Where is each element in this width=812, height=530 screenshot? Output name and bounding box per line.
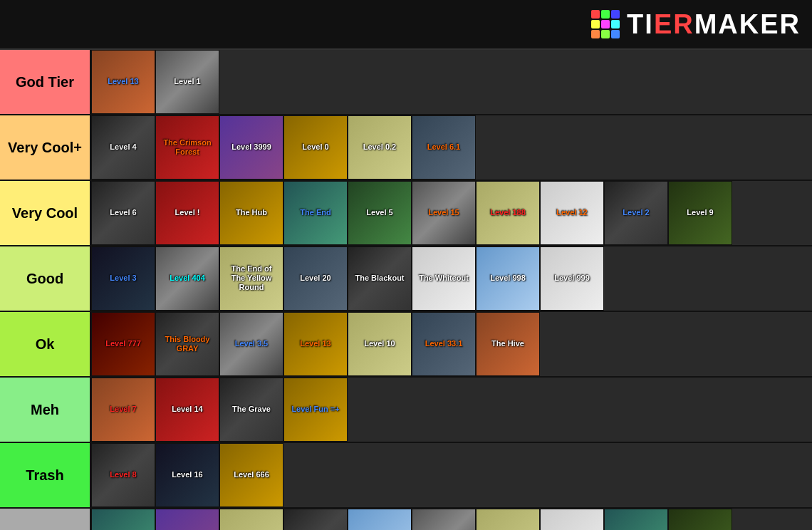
tier-item[interactable]: Level 9 [668,181,732,245]
tier-item[interactable]: Level -2 [604,509,668,530]
tier-item[interactable]: Level 3 [91,246,155,311]
tier-item-bg: Level 12 [541,182,603,244]
tier-item[interactable]: Level 20 [283,246,348,311]
tier-item-label: Level 3 [95,274,151,283]
tier-item-bg: Level 907 [477,509,539,530]
tier-item-bg: Level 3 [92,247,155,310]
tier-item-label: Level 13 [95,77,151,86]
tier-item[interactable]: The End of The Yellow Round [219,246,283,311]
tier-item[interactable]: Level 999 [540,246,604,311]
tier-item[interactable]: Level 777 [91,312,155,376]
tier-item[interactable]: Level α [540,509,604,530]
tier-item-bg: Level 999 [541,247,603,310]
tier-item[interactable]: Level 907 [476,509,540,530]
tier-item[interactable]: If Man Still Alive [412,509,476,530]
tier-item-bg: Level -1 [156,509,219,530]
tier-item[interactable]: Level 0.2 [348,115,412,180]
tier-item[interactable]: Level 5 [348,181,412,245]
tier-item[interactable]: Level 14 [155,378,219,442]
tier-item[interactable]: Level 1 [155,50,219,114]
tier-item-label: Level 6 [95,208,151,217]
tier-item[interactable]: Level 256 [348,509,412,530]
tier-item-bg: The Whiteout [412,247,475,310]
tier-items-good: Level 3Level 404The End of The Yellow Ro… [90,246,812,311]
tier-item[interactable]: Level -0 [91,509,155,530]
tier-item[interactable]: Level 8 [91,443,155,507]
tier-item[interactable]: Level 3999 [219,115,283,180]
tier-item-label: Level 20 [287,274,343,283]
tier-item[interactable]: Level 404 [155,246,219,311]
tier-item-bg: Level 10 [348,313,411,375]
header: TiERMAKER [0,0,812,50]
tier-item[interactable]: Level 13 [91,50,155,114]
tier-item[interactable]: Level 16 [155,443,219,507]
tier-item[interactable]: The Whiteout [412,246,476,311]
tier-item-label: Level 777 [95,339,151,348]
tier-item-label: The Crimson Forest [159,138,215,157]
tier-item[interactable]: The Grave [219,378,283,442]
tier-item[interactable]: Level 2 [604,181,668,245]
tier-item-label: This Bloody GRAY [159,335,215,353]
tier-item[interactable]: Level 6.1 [412,115,476,180]
tier-item-bg: Level 5 [348,182,411,244]
tier-item-label: The Hub [223,208,279,217]
tier-item-label: Level 8 [95,470,151,479]
logo: TiERMAKER [591,9,801,40]
tier-row-good: GoodLevel 3Level 404The End of The Yello… [0,246,812,312]
tier-item[interactable]: This Bloody GRAY [155,312,219,376]
tier-item-bg: The Crimson Forest [156,116,219,179]
tier-item[interactable]: Level 6 [91,181,155,245]
tier-item[interactable]: The End [283,181,348,245]
tier-row-meh: MehLevel 7Level 14The GraveLevel Fun =+ [0,378,812,443]
tier-item-bg: Level ! [156,182,219,244]
tier-item[interactable]: Level 666 [219,443,283,507]
tier-item-label: The Blackout [351,274,407,283]
tier-item[interactable]: Level 10 [348,312,412,376]
tier-item-bg: Level 1 [156,51,219,113]
tier-item-bg: Level α [541,509,603,530]
tier-item-bg: Level 16 [156,444,219,506]
tier-item-label: Level 16 [159,470,215,479]
tier-item-label: The Grave [223,405,279,414]
tier-item[interactable]: Level 7 [91,378,155,442]
tier-item[interactable]: Level 188 [476,181,540,245]
tier-item-label: Level 188 [479,208,536,217]
tier-items-very-cool-plus: Level 4The Crimson ForestLevel 3999Level… [90,115,812,180]
tier-item-bg: Level -2 [605,509,667,530]
tier-item-bg: Level 666 [220,444,283,506]
tier-item[interactable]: Level 13 [283,312,348,376]
tier-item[interactable]: Level 15 [412,181,476,245]
tier-item[interactable]: Level 4 [91,115,155,180]
tier-item[interactable]: The Hub [219,181,283,245]
tier-label: God Tier [0,50,90,114]
tier-item-label: Level ! [159,208,215,217]
tier-item[interactable]: Level ! [155,181,219,245]
tier-item[interactable]: Level 12 [540,181,604,245]
tier-item-label: The Whiteout [415,274,472,283]
tier-item[interactable]: Level 998 [476,246,540,311]
tier-item[interactable]: Level 33.1 [412,312,476,376]
tier-item-bg: Level 20 [284,247,347,310]
tier-item[interactable]: Level -2 [219,509,283,530]
tier-item-label: Level 33.1 [415,339,472,348]
tier-item-label: Level 10 [351,339,407,348]
tier-label: Ok [0,312,90,376]
tier-row-ok: OkLevel 777This Bloody GRAYLevel 3.5Leve… [0,312,812,378]
logo-grid [591,10,620,38]
tier-item[interactable]: Level 0 [283,115,348,180]
tier-item-bg: Level 8 [92,444,155,506]
tier-items-trash: Level 8Level 16Level 666 [90,443,812,507]
tier-item-bg: This Bloody GRAY [156,313,219,375]
tier-item[interactable]: Level 3.5 [219,312,283,376]
tier-item[interactable]: Level -998 [668,509,732,530]
tier-item[interactable]: Level -1 [155,509,219,530]
tier-item[interactable]: The Crimson Forest [155,115,219,180]
tier-label: Trash [0,443,90,507]
tier-item[interactable]: The Blackout [348,246,412,311]
tier-item-label: Level 12 [543,208,600,217]
tier-item-label: Level 1 [159,77,215,86]
tier-item[interactable]: Level Fun =+ [283,378,348,442]
tier-item-label: Level 998 [479,274,536,283]
tier-item[interactable]: The Hive [476,312,540,376]
tier-item[interactable]: Unnamed [283,509,348,530]
